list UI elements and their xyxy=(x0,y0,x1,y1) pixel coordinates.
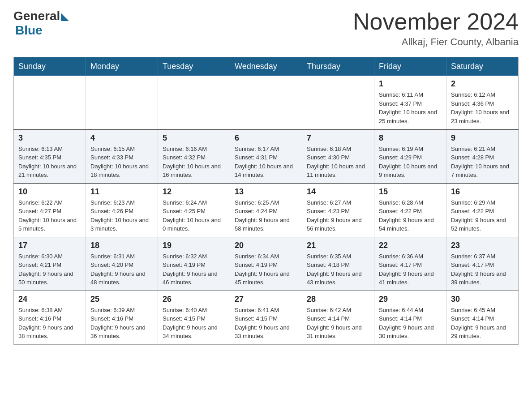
day-info: Sunrise: 6:21 AM Sunset: 4:28 PM Dayligh… xyxy=(451,145,514,180)
day-info: Sunrise: 6:44 AM Sunset: 4:14 PM Dayligh… xyxy=(379,306,442,341)
calendar-day-cell: 16Sunrise: 6:29 AM Sunset: 4:22 PM Dayli… xyxy=(446,183,519,237)
calendar-week-row: 1Sunrise: 6:11 AM Sunset: 4:37 PM Daylig… xyxy=(14,76,519,129)
calendar-day-cell xyxy=(302,76,374,129)
day-info: Sunrise: 6:37 AM Sunset: 4:17 PM Dayligh… xyxy=(451,252,514,287)
day-info: Sunrise: 6:41 AM Sunset: 4:15 PM Dayligh… xyxy=(235,306,297,341)
day-number: 4 xyxy=(90,133,153,143)
day-info: Sunrise: 6:31 AM Sunset: 4:20 PM Dayligh… xyxy=(90,252,153,287)
calendar-day-cell: 12Sunrise: 6:24 AM Sunset: 4:25 PM Dayli… xyxy=(158,183,230,237)
day-info: Sunrise: 6:12 AM Sunset: 4:36 PM Dayligh… xyxy=(451,90,514,125)
calendar-day-cell: 7Sunrise: 6:18 AM Sunset: 4:30 PM Daylig… xyxy=(302,129,374,183)
calendar-header-row: SundayMondayTuesdayWednesdayThursdayFrid… xyxy=(14,57,519,76)
day-of-week-header: Sunday xyxy=(14,57,86,76)
calendar-day-cell xyxy=(230,76,302,129)
day-of-week-header: Saturday xyxy=(446,57,519,76)
calendar-day-cell: 5Sunrise: 6:16 AM Sunset: 4:32 PM Daylig… xyxy=(158,129,230,183)
calendar-day-cell: 18Sunrise: 6:31 AM Sunset: 4:20 PM Dayli… xyxy=(86,237,158,291)
day-info: Sunrise: 6:40 AM Sunset: 4:15 PM Dayligh… xyxy=(163,306,225,341)
day-number: 29 xyxy=(379,295,442,304)
day-of-week-header: Monday xyxy=(86,57,158,76)
day-info: Sunrise: 6:27 AM Sunset: 4:23 PM Dayligh… xyxy=(307,198,369,233)
day-number: 1 xyxy=(379,79,442,89)
calendar-day-cell: 1Sunrise: 6:11 AM Sunset: 4:37 PM Daylig… xyxy=(374,76,446,129)
day-number: 14 xyxy=(307,187,369,197)
day-of-week-header: Tuesday xyxy=(158,57,230,76)
day-info: Sunrise: 6:30 AM Sunset: 4:21 PM Dayligh… xyxy=(18,252,81,287)
day-number: 27 xyxy=(235,295,297,304)
calendar-day-cell: 9Sunrise: 6:21 AM Sunset: 4:28 PM Daylig… xyxy=(446,129,519,183)
day-info: Sunrise: 6:28 AM Sunset: 4:22 PM Dayligh… xyxy=(379,198,442,233)
calendar-week-row: 10Sunrise: 6:22 AM Sunset: 4:27 PM Dayli… xyxy=(14,183,519,237)
day-number: 6 xyxy=(235,133,297,143)
day-info: Sunrise: 6:39 AM Sunset: 4:16 PM Dayligh… xyxy=(90,306,153,341)
day-info: Sunrise: 6:34 AM Sunset: 4:19 PM Dayligh… xyxy=(235,252,297,287)
day-of-week-header: Friday xyxy=(374,57,446,76)
calendar-day-cell: 23Sunrise: 6:37 AM Sunset: 4:17 PM Dayli… xyxy=(446,237,519,291)
day-of-week-header: Wednesday xyxy=(230,57,302,76)
calendar-week-row: 3Sunrise: 6:13 AM Sunset: 4:35 PM Daylig… xyxy=(14,129,519,183)
calendar-day-cell: 20Sunrise: 6:34 AM Sunset: 4:19 PM Dayli… xyxy=(230,237,302,291)
day-number: 12 xyxy=(163,187,225,197)
calendar-day-cell xyxy=(158,76,230,129)
calendar-day-cell: 4Sunrise: 6:15 AM Sunset: 4:33 PM Daylig… xyxy=(86,129,158,183)
day-info: Sunrise: 6:13 AM Sunset: 4:35 PM Dayligh… xyxy=(18,145,81,180)
day-number: 10 xyxy=(18,187,81,197)
day-number: 9 xyxy=(451,133,514,143)
calendar-day-cell: 25Sunrise: 6:39 AM Sunset: 4:16 PM Dayli… xyxy=(86,291,158,344)
calendar-day-cell: 13Sunrise: 6:25 AM Sunset: 4:24 PM Dayli… xyxy=(230,183,302,237)
calendar-day-cell: 2Sunrise: 6:12 AM Sunset: 4:36 PM Daylig… xyxy=(446,76,519,129)
day-number: 15 xyxy=(379,187,442,197)
calendar-day-cell: 17Sunrise: 6:30 AM Sunset: 4:21 PM Dayli… xyxy=(14,237,86,291)
day-info: Sunrise: 6:16 AM Sunset: 4:32 PM Dayligh… xyxy=(163,145,225,180)
day-number: 11 xyxy=(90,187,153,197)
calendar-day-cell: 29Sunrise: 6:44 AM Sunset: 4:14 PM Dayli… xyxy=(374,291,446,344)
day-number: 22 xyxy=(379,241,442,250)
day-info: Sunrise: 6:22 AM Sunset: 4:27 PM Dayligh… xyxy=(18,198,81,233)
calendar-day-cell: 14Sunrise: 6:27 AM Sunset: 4:23 PM Dayli… xyxy=(302,183,374,237)
day-info: Sunrise: 6:29 AM Sunset: 4:22 PM Dayligh… xyxy=(451,198,514,233)
logo-blue-text: Blue xyxy=(15,23,43,38)
day-info: Sunrise: 6:15 AM Sunset: 4:33 PM Dayligh… xyxy=(90,145,153,180)
day-number: 7 xyxy=(307,133,369,143)
calendar-day-cell: 21Sunrise: 6:35 AM Sunset: 4:18 PM Dayli… xyxy=(302,237,374,291)
day-info: Sunrise: 6:24 AM Sunset: 4:25 PM Dayligh… xyxy=(163,198,225,233)
calendar-day-cell: 30Sunrise: 6:45 AM Sunset: 4:14 PM Dayli… xyxy=(446,291,519,344)
logo-general-text: General xyxy=(13,9,60,23)
calendar-day-cell: 3Sunrise: 6:13 AM Sunset: 4:35 PM Daylig… xyxy=(14,129,86,183)
day-number: 19 xyxy=(163,241,225,250)
day-info: Sunrise: 6:23 AM Sunset: 4:26 PM Dayligh… xyxy=(90,198,153,233)
day-number: 18 xyxy=(90,241,153,250)
day-number: 5 xyxy=(163,133,225,143)
day-info: Sunrise: 6:45 AM Sunset: 4:14 PM Dayligh… xyxy=(451,306,514,341)
logo: General Blue xyxy=(13,9,69,38)
day-number: 26 xyxy=(163,295,225,304)
day-number: 20 xyxy=(235,241,297,250)
page-header: General Blue November 2024 Allkaj, Fier … xyxy=(13,9,519,48)
logo-arrow-icon xyxy=(61,13,69,21)
calendar-day-cell: 22Sunrise: 6:36 AM Sunset: 4:17 PM Dayli… xyxy=(374,237,446,291)
day-info: Sunrise: 6:17 AM Sunset: 4:31 PM Dayligh… xyxy=(235,145,297,180)
day-number: 2 xyxy=(451,79,514,89)
calendar-day-cell: 24Sunrise: 6:38 AM Sunset: 4:16 PM Dayli… xyxy=(14,291,86,344)
day-info: Sunrise: 6:18 AM Sunset: 4:30 PM Dayligh… xyxy=(307,145,369,180)
day-number: 23 xyxy=(451,241,514,250)
calendar-day-cell: 11Sunrise: 6:23 AM Sunset: 4:26 PM Dayli… xyxy=(86,183,158,237)
calendar-day-cell xyxy=(14,76,86,129)
day-info: Sunrise: 6:36 AM Sunset: 4:17 PM Dayligh… xyxy=(379,252,442,287)
day-number: 28 xyxy=(307,295,369,304)
day-info: Sunrise: 6:32 AM Sunset: 4:19 PM Dayligh… xyxy=(163,252,225,287)
calendar-table: SundayMondayTuesdayWednesdayThursdayFrid… xyxy=(13,57,519,345)
day-number: 17 xyxy=(18,241,81,250)
calendar-week-row: 24Sunrise: 6:38 AM Sunset: 4:16 PM Dayli… xyxy=(14,291,519,344)
calendar-day-cell xyxy=(86,76,158,129)
day-number: 25 xyxy=(90,295,153,304)
title-section: November 2024 Allkaj, Fier County, Alban… xyxy=(353,9,519,48)
day-number: 21 xyxy=(307,241,369,250)
day-info: Sunrise: 6:25 AM Sunset: 4:24 PM Dayligh… xyxy=(235,198,297,233)
day-info: Sunrise: 6:42 AM Sunset: 4:14 PM Dayligh… xyxy=(307,306,369,341)
calendar-day-cell: 28Sunrise: 6:42 AM Sunset: 4:14 PM Dayli… xyxy=(302,291,374,344)
calendar-day-cell: 10Sunrise: 6:22 AM Sunset: 4:27 PM Dayli… xyxy=(14,183,86,237)
day-number: 8 xyxy=(379,133,442,143)
day-number: 30 xyxy=(451,295,514,304)
calendar-day-cell: 8Sunrise: 6:19 AM Sunset: 4:29 PM Daylig… xyxy=(374,129,446,183)
